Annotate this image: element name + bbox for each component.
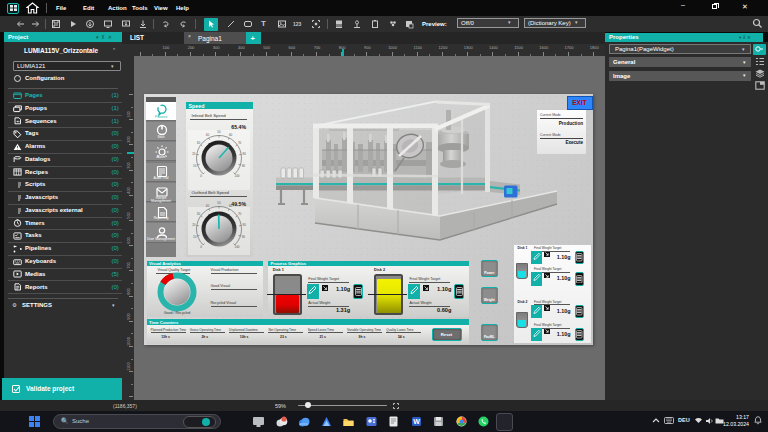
svg-text:60: 60 <box>228 134 232 138</box>
svg-text:0: 0 <box>200 174 202 178</box>
svg-text:90: 90 <box>241 235 245 239</box>
svg-text:10: 10 <box>193 235 197 239</box>
svg-text:40: 40 <box>205 204 209 208</box>
svg-text:50: 50 <box>217 201 221 205</box>
svg-text:70: 70 <box>238 212 242 216</box>
svg-text:60: 60 <box>229 204 233 208</box>
svg-text:80: 80 <box>242 152 246 156</box>
svg-text:30: 30 <box>196 212 200 216</box>
svg-text:10: 10 <box>193 164 197 168</box>
svg-text:W: W <box>413 418 420 425</box>
svg-text:20: 20 <box>192 152 196 156</box>
svg-text:70: 70 <box>237 141 241 145</box>
svg-text:30: 30 <box>196 141 200 145</box>
svg-text:90: 90 <box>241 164 245 168</box>
svg-text:20: 20 <box>192 223 196 227</box>
svg-text:50: 50 <box>217 131 221 135</box>
svg-text:0: 0 <box>200 245 202 249</box>
svg-text:100: 100 <box>234 174 239 178</box>
svg-text:100: 100 <box>234 245 239 249</box>
svg-text:40: 40 <box>205 134 209 138</box>
svg-text:80: 80 <box>242 223 246 227</box>
